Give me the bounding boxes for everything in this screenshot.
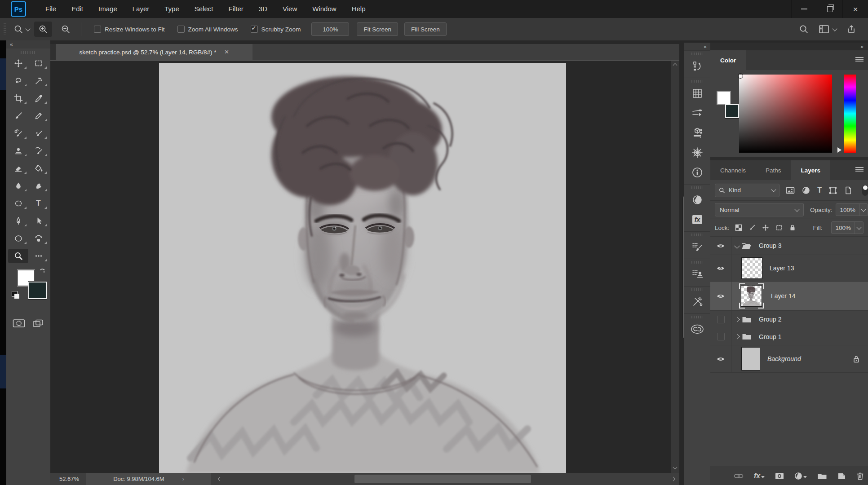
layer-row-layer14[interactable]: Layer 14 [710, 282, 868, 311]
visibility-toggle[interactable] [710, 255, 731, 281]
history-panel-button[interactable] [684, 56, 710, 76]
layer-name[interactable]: Group 1 [759, 333, 782, 340]
scroll-up-icon[interactable] [673, 63, 678, 68]
scrubby-zoom-checkbox[interactable]: Scrubby Zoom [251, 26, 301, 33]
dodge-tool[interactable] [8, 198, 28, 209]
edit-toolbar-button[interactable] [28, 250, 49, 262]
layer-row-group1[interactable]: Group 1 [710, 328, 868, 345]
pen-tool[interactable] [8, 215, 28, 227]
history-brush-tool[interactable] [28, 145, 49, 157]
layer-row-layer13[interactable]: Layer 13 [710, 255, 868, 282]
pencil-tool[interactable] [28, 110, 49, 122]
adjustments-panel-button[interactable] [684, 190, 710, 210]
minimize-button[interactable] [791, 0, 817, 18]
crop-tool[interactable] [8, 93, 28, 104]
layer-name[interactable]: Layer 14 [771, 292, 795, 300]
menu-window[interactable]: Window [305, 0, 344, 18]
styles-panel-button[interactable]: fx [684, 210, 710, 229]
filter-type-layers-icon[interactable]: T [817, 186, 822, 194]
opacity-field[interactable]: 100% [836, 203, 868, 216]
art-history-brush-tool[interactable] [8, 128, 28, 139]
quick-mask-icon[interactable] [13, 319, 25, 328]
hue-bar[interactable] [844, 75, 856, 153]
filter-toggle[interactable] [862, 185, 868, 196]
filter-pixel-layers-icon[interactable] [786, 187, 795, 194]
paint-bucket-tool[interactable] [28, 163, 49, 174]
document-tab[interactable]: sketch practice.psd @ 52.7% (Layer 14, R… [56, 44, 252, 60]
zoom-all-windows-checkbox[interactable]: Zoom All Windows [177, 26, 238, 33]
zoom-level-field[interactable]: 100% [311, 22, 349, 36]
close-button[interactable]: × [842, 0, 868, 18]
background-color-swatch[interactable] [725, 104, 739, 118]
visibility-toggle[interactable] [710, 282, 731, 310]
filter-shape-layers-icon[interactable] [829, 186, 837, 194]
expand-collapse-icon[interactable] [734, 334, 740, 340]
blend-mode-dropdown[interactable]: Normal [715, 203, 804, 216]
eyedropper-tool[interactable] [28, 93, 49, 104]
dock-collapse-header[interactable]: « [684, 43, 710, 50]
path-selection-tool[interactable] [28, 215, 49, 227]
search-icon[interactable] [799, 24, 809, 34]
layer-name[interactable]: Group 3 [759, 242, 782, 249]
layer-thumbnail[interactable] [741, 285, 762, 307]
lock-transparency-icon[interactable] [735, 224, 743, 231]
tab-paths[interactable]: Paths [756, 160, 791, 180]
fit-screen-button[interactable]: Fit Screen [357, 22, 398, 36]
workspace-switcher[interactable] [819, 25, 837, 34]
blur-tool[interactable] [8, 180, 28, 192]
layer-name[interactable]: Group 2 [759, 316, 782, 323]
tab-channels[interactable]: Channels [710, 160, 756, 180]
dock-expand-header[interactable]: » [710, 43, 868, 50]
lock-artboard-icon[interactable] [775, 224, 783, 231]
status-doc-info[interactable]: Doc: 9.98M/104.6M › [86, 473, 211, 485]
visibility-toggle[interactable] [710, 345, 731, 372]
layer-name[interactable]: Background [767, 355, 801, 362]
mixer-brush-tool[interactable] [28, 128, 49, 139]
lock-pixels-icon[interactable] [748, 224, 756, 231]
clone-source-panel-button[interactable] [684, 265, 710, 284]
fill-screen-button[interactable]: Fill Screen [404, 22, 447, 36]
zoom-out-button[interactable] [57, 22, 75, 37]
opacity-dropdown-button[interactable] [859, 204, 868, 216]
layer-row-background[interactable]: Background [710, 345, 868, 373]
panel-menu-icon[interactable] [855, 167, 864, 172]
foreground-color-swatch[interactable] [717, 91, 731, 105]
tab-layers[interactable]: Layers [791, 160, 831, 180]
swap-colors-icon[interactable] [39, 268, 46, 275]
rotate-view-tool[interactable] [28, 233, 49, 244]
canvas[interactable] [159, 63, 566, 473]
clone-stamp-tool[interactable] [8, 145, 28, 157]
scroll-right-icon[interactable] [671, 477, 676, 481]
navigator-panel-button[interactable] [684, 143, 710, 163]
hue-slider-arrow[interactable] [837, 147, 841, 153]
tab-color[interactable]: Color [710, 50, 746, 70]
magic-wand-tool[interactable] [28, 75, 49, 87]
eraser-tool[interactable] [8, 163, 28, 174]
rectangular-marquee-tool[interactable] [28, 57, 49, 69]
fx-button[interactable]: fx [754, 472, 765, 480]
zoom-in-button[interactable] [34, 22, 52, 37]
menu-filter[interactable]: Filter [221, 0, 251, 18]
layer-name[interactable]: Layer 13 [770, 265, 794, 272]
link-icon[interactable] [734, 473, 744, 479]
visibility-toggle[interactable] [710, 237, 731, 255]
materials-panel-button[interactable] [684, 123, 710, 143]
lock-all-icon[interactable] [788, 224, 797, 231]
layer-mask-icon[interactable] [775, 472, 784, 480]
vertical-scrollbar[interactable] [671, 61, 679, 473]
brushes-panel-button[interactable] [684, 103, 710, 123]
expand-collapse-icon[interactable] [734, 317, 740, 322]
status-menu-chevron[interactable]: › [182, 476, 184, 482]
layer-row-group3[interactable]: Group 3 [710, 237, 868, 255]
ellipse-tool[interactable] [8, 233, 28, 244]
close-tab-icon[interactable]: × [224, 48, 229, 57]
menu-file[interactable]: File [38, 0, 64, 18]
menu-edit[interactable]: Edit [64, 0, 91, 18]
layer-thumbnail[interactable] [741, 347, 760, 370]
layer-thumbnail[interactable] [741, 257, 762, 279]
menu-select[interactable]: Select [187, 0, 221, 18]
visibility-toggle-off[interactable] [710, 328, 731, 345]
brush-tool[interactable] [8, 110, 28, 122]
fill-dropdown-button[interactable] [855, 222, 863, 234]
menu-image[interactable]: Image [91, 0, 125, 18]
